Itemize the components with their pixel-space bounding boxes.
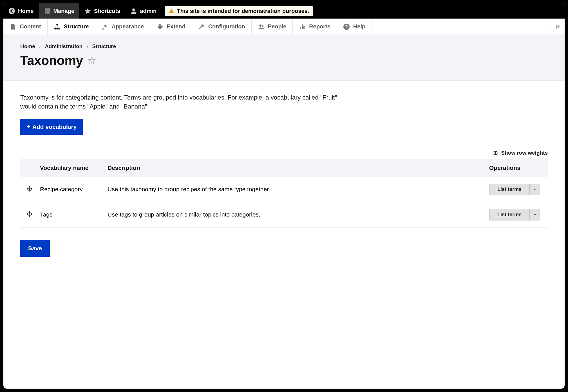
bar-chart-icon <box>299 23 306 30</box>
chevron-right-icon: › <box>39 43 41 49</box>
add-vocabulary-button[interactable]: + Add vocabulary <box>20 119 83 135</box>
chevron-down-icon <box>533 187 537 191</box>
chevron-down-icon <box>533 213 537 217</box>
add-vocabulary-label: Add vocabulary <box>32 123 77 130</box>
menu-configuration-label: Configuration <box>208 23 245 30</box>
table-row: Recipe category Use this taxonomy to gro… <box>20 177 548 202</box>
operations-menu-toggle[interactable] <box>529 209 540 220</box>
menu-appearance-label: Appearance <box>111 23 144 30</box>
vocabulary-table: Vocabulary name Description Operations R… <box>20 159 548 227</box>
content-region: Taxonomy is for categorizing content. Te… <box>3 81 565 389</box>
demo-banner: This site is intended for demonstration … <box>165 6 313 16</box>
menu-appearance[interactable]: Appearance <box>95 19 150 35</box>
th-operations: Operations <box>483 159 548 177</box>
page-title: Taxonomy <box>20 53 83 68</box>
star-outline-icon[interactable] <box>88 56 96 65</box>
chevron-right-icon: › <box>86 43 88 49</box>
menu-reports[interactable]: Reports <box>293 19 337 35</box>
operations-dropbutton: List terms <box>489 209 540 220</box>
plus-icon: + <box>26 124 30 130</box>
star-icon <box>84 8 91 14</box>
menu-help-label: Help <box>353 23 365 30</box>
svg-point-4 <box>56 28 58 30</box>
menu-extend[interactable]: Extend <box>150 19 192 35</box>
toolbar-home-label: Home <box>18 8 34 14</box>
menu-extend-label: Extend <box>167 23 185 30</box>
menu-reports-label: Reports <box>309 23 330 30</box>
svg-point-6 <box>159 24 160 25</box>
menu-content[interactable]: Content <box>3 19 48 35</box>
menu-structure-label: Structure <box>64 23 89 30</box>
save-button[interactable]: Save <box>20 240 50 257</box>
drag-handle-icon[interactable] <box>26 186 33 192</box>
breadcrumb-structure[interactable]: Structure <box>92 43 116 49</box>
warning-icon <box>169 9 174 13</box>
vocab-name: Tags <box>34 202 101 227</box>
th-description: Description <box>101 159 483 177</box>
svg-point-16 <box>495 152 496 154</box>
top-toolbar: Home Manage Shortcuts admin This site is… <box>3 3 565 19</box>
svg-point-5 <box>58 28 60 30</box>
svg-point-8 <box>259 24 261 27</box>
svg-point-7 <box>161 26 163 27</box>
show-row-weights-toggle[interactable]: Show row weights <box>20 150 548 156</box>
eye-icon <box>493 151 498 155</box>
hierarchy-icon <box>54 23 61 30</box>
toolbar-user-label: admin <box>140 8 156 14</box>
svg-point-0 <box>9 8 15 14</box>
svg-rect-12 <box>303 26 305 29</box>
svg-rect-10 <box>300 27 301 29</box>
vocab-name: Recipe category <box>34 177 101 202</box>
toolbar-shortcuts[interactable]: Shortcuts <box>79 3 125 19</box>
vocab-description: Use tags to group articles on similar to… <box>101 202 483 227</box>
puzzle-icon <box>156 23 163 30</box>
toolbar-user[interactable]: admin <box>125 3 162 19</box>
document-icon <box>10 23 16 30</box>
list-terms-button[interactable]: List terms <box>489 209 529 220</box>
menu-people[interactable]: People <box>252 19 293 35</box>
intro-text: Taxonomy is for categorizing content. Te… <box>20 93 350 111</box>
demo-banner-text: This site is intended for demonstration … <box>177 8 309 14</box>
drag-handle-icon[interactable] <box>26 211 33 217</box>
menu-structure[interactable]: Structure <box>48 19 95 35</box>
back-circle-icon <box>8 8 15 14</box>
breadcrumb: Home › Administration › Structure <box>20 43 548 49</box>
gavel-icon <box>101 23 108 30</box>
svg-rect-11 <box>302 24 303 29</box>
header-region: Home › Administration › Structure Taxono… <box>3 35 565 81</box>
admin-menu: Content Structure Appearance Extend Conf… <box>3 19 565 35</box>
hamburger-icon <box>44 8 51 14</box>
toolbar-home[interactable]: Home <box>3 3 39 19</box>
operations-dropbutton: List terms <box>489 184 540 195</box>
help-icon: ? <box>343 23 350 30</box>
operations-menu-toggle[interactable] <box>529 184 540 195</box>
menu-content-label: Content <box>20 23 41 30</box>
vocab-description: Use this taxonomy to group recipes of th… <box>101 177 483 202</box>
svg-text:?: ? <box>345 24 348 29</box>
wrench-icon <box>198 23 205 30</box>
breadcrumb-home[interactable]: Home <box>20 43 35 49</box>
show-row-weights-label: Show row weights <box>501 150 548 156</box>
toolbar-manage[interactable]: Manage <box>39 3 79 19</box>
list-terms-button[interactable]: List terms <box>489 184 529 195</box>
people-icon <box>258 23 265 30</box>
collapse-left-icon <box>555 24 561 30</box>
menu-collapse[interactable] <box>551 19 565 35</box>
breadcrumb-administration[interactable]: Administration <box>45 43 82 49</box>
toolbar-shortcuts-label: Shortcuts <box>94 8 120 14</box>
person-icon <box>130 8 137 14</box>
toolbar-manage-label: Manage <box>53 8 74 14</box>
menu-help[interactable]: ? Help <box>337 19 372 35</box>
svg-point-2 <box>56 24 58 26</box>
svg-point-1 <box>132 8 135 11</box>
menu-configuration[interactable]: Configuration <box>192 19 252 35</box>
menu-people-label: People <box>268 23 287 30</box>
th-name: Vocabulary name <box>34 159 101 177</box>
svg-point-9 <box>262 25 263 27</box>
svg-point-3 <box>54 28 56 30</box>
table-row: Tags Use tags to group articles on simil… <box>20 202 548 227</box>
